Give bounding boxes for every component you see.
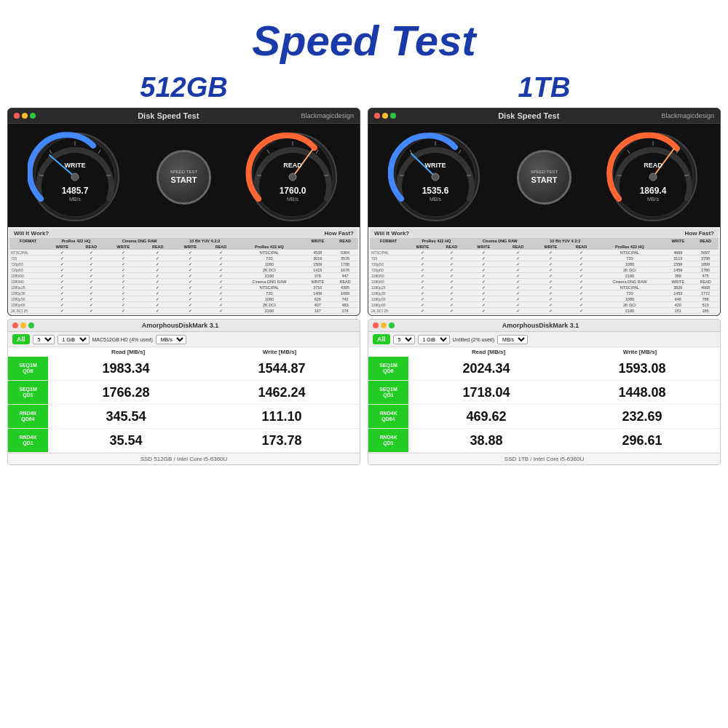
- minimize-dot[interactable]: [22, 113, 28, 119]
- left-start-text: START: [171, 175, 197, 184]
- right-adm-close[interactable]: [373, 323, 379, 328]
- close-dot[interactable]: [14, 113, 20, 119]
- left-wiw-title-row: Will It Work? How Fast?: [9, 229, 358, 238]
- adm-row-label: RND4K QD64: [368, 405, 408, 428]
- adm-close-dot[interactable]: [12, 323, 18, 328]
- right-min-dot[interactable]: [382, 113, 388, 119]
- left-start-label: SPEED TEST: [170, 170, 197, 175]
- svg-text:MB/s: MB/s: [647, 197, 659, 202]
- adm-row-write: 1448.08: [564, 384, 720, 402]
- right-adm-footer: SSD 1TB / Intel Core i5-6360U: [368, 453, 720, 464]
- table-row: 1080i60 ✓✓ ✓✓ ✓✓ Cinema DNG RAW WRITEREA…: [370, 279, 719, 285]
- table-row: 1080p30 ✓✓ ✓✓ ✓✓ 720 14091669: [9, 290, 358, 296]
- left-adm-rows: SEQ1M QD81983.341544.87SEQ1M QD11766.281…: [8, 357, 360, 453]
- right-disk-panel: Disk Speed Test Blackmagicdesign WRITE: [368, 108, 721, 316]
- adm-row-read: 1766.28: [48, 384, 204, 402]
- right-unit-select[interactable]: MB/s: [497, 335, 528, 344]
- page-title: Speed Test: [0, 0, 728, 72]
- svg-text:READ: READ: [644, 162, 662, 169]
- col-cinema: Cinema DNG RAW: [105, 238, 174, 244]
- left-unit-select[interactable]: MB/s: [156, 335, 186, 344]
- table-row: 1080p50 ✓✓ ✓✓ ✓✓ 1080 626742: [9, 296, 358, 302]
- right-start-btn[interactable]: SPEED TEST START: [517, 150, 571, 205]
- adm-row-label: RND4K QD1: [368, 429, 408, 452]
- right-adm-rows: SEQ1M QD82024.341593.08SEQ1M QD11718.041…: [368, 357, 720, 453]
- right-adm-controls: All 5 1 GiB Untitled (2% used) MB/s: [368, 332, 720, 347]
- table-row: 720p50 ✓✓ ✓✓ ✓✓ 1080 15091788: [9, 261, 358, 267]
- svg-text:WRITE: WRITE: [425, 162, 446, 169]
- adm-row-label: SEQ1M QD1: [368, 381, 408, 404]
- right-wiw-section: Will It Work? How Fast? FORMAT ProRes 42…: [368, 227, 720, 315]
- right-adm-title: AmorphousDiskMark 3.1: [502, 322, 579, 329]
- svg-text:MB/s: MB/s: [430, 197, 441, 202]
- table-row: 720 ✓✓ ✓✓ ✓✓ 720 31133798: [370, 256, 719, 261]
- left-start-btn[interactable]: SPEED TEST START: [157, 150, 211, 205]
- left-col-read: Read [MB/s]: [52, 349, 204, 355]
- adm-max-dot[interactable]: [28, 323, 34, 328]
- right-disk-title: Disk Speed Test: [498, 111, 559, 120]
- left-size-select[interactable]: 1 GiB: [58, 335, 90, 344]
- table-row: NTSC/PAL ✓✓ ✓✓ ✓✓ NTSC/PAL 46695697: [370, 250, 719, 256]
- left-count-select[interactable]: 5: [33, 335, 55, 344]
- table-row: 1080p25 ✓✓ ✓✓ ✓✓ NTSC/PAL 38264668: [370, 285, 719, 290]
- left-col-write: Write [MB/s]: [204, 349, 355, 355]
- adm-row-read: 35.54: [48, 432, 204, 450]
- adm-min-dot[interactable]: [20, 323, 26, 328]
- table-row: 1080p60 ✓✓ ✓✓ ✓✓ 2K DCI 420513: [370, 302, 719, 308]
- table-row: 1080i60 ✓✓ ✓✓ ✓✓ Cinema DNG RAW WRITEREA…: [9, 279, 358, 285]
- left-howfast-title: How Fast?: [325, 230, 354, 237]
- adm-row-label: SEQ1M QD1: [8, 381, 48, 404]
- table-row: 1080i50 ✓✓ ✓✓ ✓✓ 2160 376447: [9, 273, 358, 279]
- left-wiw-section: Will It Work? How Fast? FORMAT ProRes 42…: [8, 227, 360, 315]
- adm-row: SEQ1M QD11718.041448.08: [368, 381, 720, 405]
- right-howfast-title: How Fast?: [685, 230, 714, 237]
- svg-text:1535.6: 1535.6: [422, 186, 449, 196]
- right-wiw-table: FORMAT ProRes 422 HQ Cinema DNG RAW 10 B…: [370, 238, 719, 314]
- right-col-write: Write [MB/s]: [564, 349, 716, 355]
- right-size-select[interactable]: 1 GiB: [418, 335, 450, 344]
- left-adm-dots: [12, 323, 34, 328]
- adm-row-label: SEQ1M QD8: [368, 357, 408, 380]
- adm-row-write: 1462.24: [204, 384, 360, 402]
- left-adm-header: AmorphousDiskMark 3.1: [8, 320, 360, 332]
- adm-row: RND4K QD64345.54111.10: [8, 405, 360, 429]
- columns: 512GB Disk Speed Test Blackmagicdesign: [0, 72, 728, 465]
- left-read-gauge: READ 1760.0 MB/s: [245, 130, 340, 224]
- right-adm-min[interactable]: [381, 323, 387, 328]
- svg-point-15: [289, 173, 296, 181]
- left-disk-panel: Disk Speed Test Blackmagicdesign: [7, 108, 360, 316]
- left-adm-controls: All 5 1 GiB MAC512GB HD (4% used) MB/s: [8, 332, 360, 347]
- table-row: 1080p60 ✓✓ ✓✓ ✓✓ 2K DCI 407483: [9, 302, 358, 308]
- adm-row-label: RND4K QD64: [8, 405, 48, 428]
- adm-row-write: 232.69: [564, 408, 720, 426]
- svg-text:1869.4: 1869.4: [639, 186, 666, 196]
- svg-text:MB/s: MB/s: [69, 197, 81, 202]
- right-all-btn[interactable]: All: [373, 334, 390, 344]
- svg-text:READ: READ: [283, 162, 302, 169]
- table-row: 720 ✓✓ ✓✓ ✓✓ 720 30193576: [9, 256, 358, 261]
- right-count-select[interactable]: 5: [393, 335, 415, 344]
- table-row: NTSC/PAL ✓✓ ✓✓ ✓✓ NTSC/PAL 45285364: [9, 250, 358, 256]
- right-max-dot[interactable]: [390, 113, 396, 119]
- right-disk-name: Untitled (2% used): [453, 337, 495, 342]
- col-10bit: 10 Bit YUV 4:2:2: [174, 238, 235, 244]
- right-wiw-title-row: Will It Work? How Fast?: [370, 229, 719, 238]
- left-col-headers: Read [MB/s] Write [MB/s]: [8, 347, 360, 357]
- svg-point-27: [432, 173, 439, 181]
- svg-text:MB/s: MB/s: [287, 197, 298, 202]
- svg-text:1485.7: 1485.7: [62, 186, 89, 196]
- adm-row-read: 1983.34: [48, 360, 204, 378]
- table-row: 720p60 ✓✓ ✓✓ ✓✓ 2K DCI 14151676: [9, 267, 358, 273]
- adm-row-read: 1718.04: [408, 384, 564, 402]
- right-col-headers: Read [MB/s] Write [MB/s]: [368, 347, 720, 357]
- right-start-text: START: [531, 175, 558, 184]
- right-adm-max[interactable]: [389, 323, 395, 328]
- svg-point-3: [71, 173, 79, 181]
- right-close-dot[interactable]: [374, 113, 380, 119]
- adm-row-write: 1593.08: [564, 360, 720, 378]
- left-all-btn[interactable]: All: [12, 334, 30, 344]
- maximize-dot[interactable]: [30, 113, 36, 119]
- svg-text:WRITE: WRITE: [65, 162, 86, 169]
- col-prores: ProRes 422 HQ: [47, 238, 105, 244]
- table-row: 1080p50 ✓✓ ✓✓ ✓✓ 1080 646788: [370, 296, 719, 302]
